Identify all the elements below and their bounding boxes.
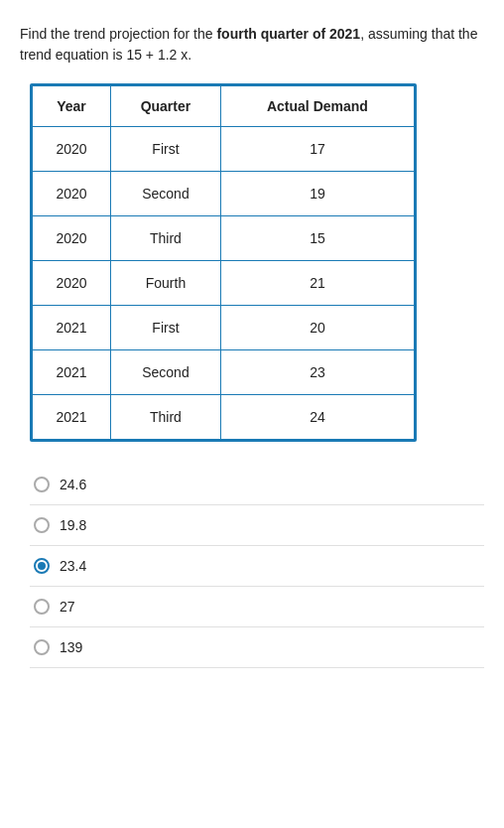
cell-quarter: Second [111,172,221,216]
cell-year: 2020 [33,172,111,216]
cell-year: 2021 [33,306,111,350]
radio-button[interactable] [34,477,50,492]
option-row[interactable]: 23.4 [30,546,484,587]
radio-button[interactable] [34,639,50,655]
cell-demand: 23 [220,350,414,395]
table-row: 2021 Third 24 [33,395,415,440]
cell-demand: 24 [220,395,414,440]
cell-quarter: Second [111,350,221,395]
option-label: 19.8 [60,517,86,533]
option-row[interactable]: 24.6 [30,465,484,505]
table-row: 2020 First 17 [33,127,415,172]
table-row: 2021 First 20 [33,306,415,350]
cell-quarter: First [111,127,221,172]
cell-demand: 19 [220,172,414,216]
option-label: 23.4 [60,558,86,574]
table-row: 2020 Third 15 [33,216,415,261]
cell-quarter: Fourth [111,261,221,306]
cell-year: 2020 [33,127,111,172]
option-label: 27 [60,599,75,615]
data-table: Year Quarter Actual Demand 2020 First 17… [30,83,417,442]
radio-button[interactable] [34,517,50,533]
option-row[interactable]: 19.8 [30,505,484,546]
cell-year: 2021 [33,350,111,395]
cell-demand: 21 [220,261,414,306]
radio-button[interactable] [34,599,50,615]
cell-demand: 17 [220,127,414,172]
cell-quarter: Third [111,395,221,440]
table-row: 2020 Fourth 21 [33,261,415,306]
col-header-year: Year [33,86,111,127]
cell-year: 2020 [33,216,111,261]
radio-button[interactable] [34,558,50,574]
cell-demand: 20 [220,306,414,350]
option-row[interactable]: 27 [30,587,484,627]
cell-year: 2020 [33,261,111,306]
option-label: 24.6 [60,477,86,492]
option-label: 139 [60,639,82,655]
col-header-quarter: Quarter [111,86,221,127]
question-text: Find the trend projection for the fourth… [20,24,484,66]
table-row: 2021 Second 23 [33,350,415,395]
cell-quarter: First [111,306,221,350]
table-row: 2020 Second 19 [33,172,415,216]
col-header-demand: Actual Demand [220,86,414,127]
cell-year: 2021 [33,395,111,440]
option-row[interactable]: 139 [30,627,484,668]
cell-demand: 15 [220,216,414,261]
cell-quarter: Third [111,216,221,261]
options-section: 24.619.823.427139 [20,465,484,668]
